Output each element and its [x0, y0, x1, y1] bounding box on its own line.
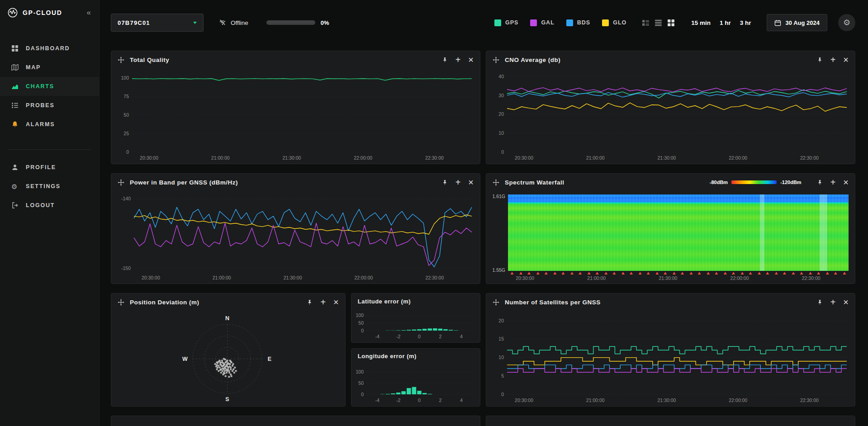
sidebar-item-map[interactable]: MAP — [0, 58, 99, 77]
svg-text:25: 25 — [123, 131, 129, 136]
svg-text:22:00:00: 22:00:00 — [729, 398, 747, 403]
logout-icon — [11, 202, 19, 209]
bds-color-swatch — [566, 19, 573, 26]
pin-icon[interactable] — [442, 180, 448, 185]
svg-text:-140: -140 — [121, 196, 131, 201]
sidebar-item-settings[interactable]: ⚙ SETTINGS — [0, 177, 99, 196]
sidebar-item-probes[interactable]: PROBES — [0, 96, 99, 115]
scale-max-label: -120dBm — [780, 180, 801, 185]
panel-title: Latitude error (m) — [358, 298, 411, 305]
range-15min-button[interactable]: 15 min — [691, 19, 711, 26]
svg-text:15: 15 — [498, 336, 504, 341]
panel-header: Latitude error (m) — [351, 293, 480, 309]
sidebar-item-label: MAP — [26, 64, 41, 71]
pin-icon[interactable] — [817, 57, 823, 63]
panel-longitude-error: Longitude error (m) 050100-4-2024 — [351, 348, 480, 407]
range-3hr-button[interactable]: 3 hr — [740, 19, 751, 26]
add-icon[interactable]: + — [830, 55, 836, 64]
sidebar-item-label: ALARMS — [26, 121, 55, 128]
legend-item-bds[interactable]: BDS — [566, 19, 590, 26]
pin-icon[interactable] — [442, 57, 448, 63]
longitude-error-chart: 050100-4-2024 — [352, 364, 477, 405]
move-icon[interactable] — [493, 57, 499, 63]
sidebar-item-alarms[interactable]: ALARMS — [0, 115, 99, 134]
layout-grid-icon[interactable] — [667, 19, 675, 27]
move-icon[interactable] — [493, 179, 499, 186]
add-icon[interactable]: + — [455, 178, 461, 187]
svg-text:20:30:00: 20:30:00 — [515, 398, 533, 403]
move-icon[interactable] — [118, 57, 124, 63]
legend-item-glo[interactable]: GLO — [602, 19, 626, 26]
satellites-chart: 0510152020:30:0021:00:0021:30:0022:00:00… — [487, 311, 852, 405]
move-icon[interactable] — [118, 299, 124, 306]
settings-button[interactable]: ⚙ — [838, 14, 855, 31]
topbar: 07B79C01 Offline 0% — [111, 13, 855, 33]
pin-icon[interactable] — [307, 299, 313, 305]
svg-text:-4: -4 — [375, 334, 379, 339]
close-icon[interactable]: × — [843, 298, 849, 307]
legend-item-gps[interactable]: GPS — [494, 19, 518, 26]
close-icon[interactable]: × — [333, 298, 339, 307]
svg-text:21:30:00: 21:30:00 — [658, 398, 676, 403]
gps-color-swatch — [494, 19, 501, 26]
svg-text:2: 2 — [439, 398, 441, 403]
calendar-icon — [774, 19, 781, 26]
panel-actions: + × — [442, 178, 474, 187]
svg-text:4: 4 — [460, 334, 463, 339]
add-icon[interactable]: + — [455, 55, 461, 64]
svg-text:-4: -4 — [375, 398, 379, 403]
sidebar-item-charts[interactable]: CHARTS — [0, 77, 99, 96]
panel-actions: + × — [307, 298, 338, 307]
svg-text:21:00:00: 21:00:00 — [211, 155, 230, 161]
sidebar-item-profile[interactable]: PROFILE — [0, 158, 99, 177]
sidebar-item-dashboard[interactable]: DASHBOARD — [0, 39, 99, 58]
svg-text:-2: -2 — [396, 398, 400, 403]
close-icon[interactable]: × — [468, 55, 474, 64]
svg-text:-2: -2 — [396, 334, 400, 339]
svg-text:0: 0 — [501, 149, 504, 155]
range-1hr-button[interactable]: 1 hr — [720, 19, 731, 26]
move-icon[interactable] — [118, 179, 124, 186]
pin-icon[interactable] — [817, 180, 823, 185]
error-histograms: Latitude error (m) 050100-4-2024 Longitu… — [351, 293, 480, 407]
svg-text:22:00:00: 22:00:00 — [730, 275, 749, 281]
sidebar-collapse-icon[interactable]: « — [87, 8, 91, 17]
settings-gear-icon: ⚙ — [11, 183, 19, 190]
panel-spectrum-waterfall: Spectrum Waterfall -80dBm -120dBm + × — [486, 173, 855, 284]
move-icon[interactable] — [493, 299, 499, 306]
add-icon[interactable]: + — [830, 298, 836, 307]
panel-title: Power in Band per GNSS (dBm/Hz) — [130, 179, 238, 186]
layout-switcher — [642, 19, 675, 27]
pin-icon[interactable] — [817, 299, 823, 305]
svg-text:-150: -150 — [121, 265, 131, 271]
sidebar-item-logout[interactable]: LOGOUT — [0, 196, 99, 215]
svg-text:N: N — [225, 315, 229, 322]
panel-header: Power in Band per GNSS (dBm/Hz) + × — [111, 174, 480, 191]
close-icon[interactable]: × — [843, 55, 849, 64]
device-select[interactable]: 07B79C01 — [111, 14, 204, 32]
svg-text:21:00:00: 21:00:00 — [586, 398, 605, 403]
svg-text:50: 50 — [358, 380, 364, 386]
add-icon[interactable]: + — [320, 298, 326, 307]
progress-bar — [266, 20, 315, 25]
svg-text:21:00:00: 21:00:00 — [213, 275, 231, 280]
legend-item-gal[interactable]: GAL — [530, 19, 554, 26]
logo-row: GP-CLOUD « — [0, 0, 99, 24]
panel-header: Number of Satellites per GNSS + × — [486, 293, 855, 311]
svg-text:0: 0 — [501, 392, 504, 397]
device-select-value: 07B79C01 — [118, 19, 150, 26]
layout-list-icon[interactable] — [642, 19, 650, 27]
close-icon[interactable]: × — [843, 178, 849, 187]
layout-rows-icon[interactable] — [655, 19, 662, 27]
add-icon[interactable]: + — [830, 178, 836, 187]
panel-header: Position Deviation (m) + × — [111, 293, 345, 311]
svg-text:21:30:00: 21:30:00 — [283, 155, 301, 161]
close-icon[interactable]: × — [468, 178, 474, 187]
panel-actions: + × — [817, 298, 849, 307]
svg-text:22:30:00: 22:30:00 — [800, 155, 819, 161]
svg-text:0: 0 — [126, 149, 129, 155]
map-icon — [11, 64, 19, 71]
waterfall-color-scale: -80dBm -120dBm — [710, 180, 802, 185]
date-picker-button[interactable]: 30 Aug 2024 — [767, 14, 827, 31]
svg-text:100: 100 — [356, 312, 364, 318]
